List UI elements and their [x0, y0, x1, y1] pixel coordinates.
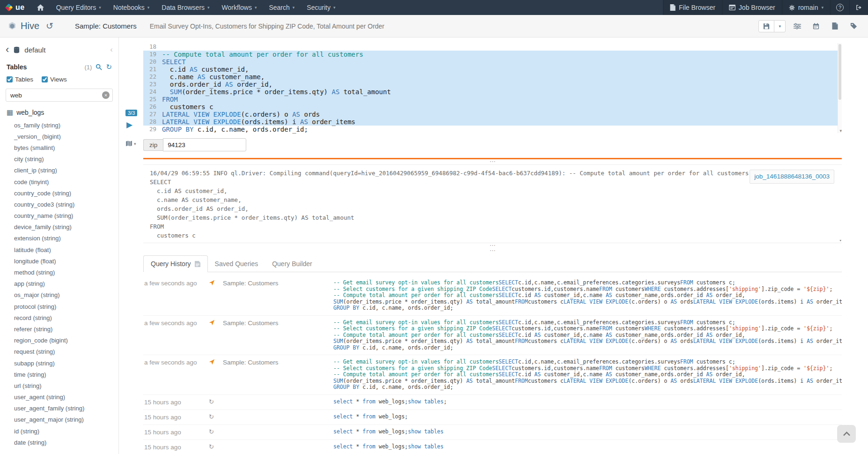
column-item[interactable]: app (string) [0, 278, 118, 290]
table-item[interactable]: ▦ web_logs [0, 103, 118, 119]
history-row[interactable]: 15 hours ago↻select * from web_logs;show… [143, 395, 842, 410]
user-menu[interactable]: romain ▾ [782, 0, 830, 15]
column-item[interactable]: longitude (float) [0, 255, 118, 267]
resize-handle[interactable]: ⋯ [143, 248, 842, 253]
column-item[interactable]: date (string) [0, 437, 118, 448]
save-dropdown-button[interactable]: ▾ [774, 21, 785, 32]
history-row[interactable]: a few seconds agoSample: Customers-- Get… [143, 276, 842, 316]
tables-filter[interactable]: Tables [7, 76, 33, 83]
database-name[interactable]: default [24, 46, 45, 54]
help-button[interactable]: ? [830, 0, 849, 15]
schedule-button[interactable] [809, 20, 823, 33]
history-row[interactable]: 15 hours ago↻select * from web_logs; [143, 410, 842, 425]
file-browser-button[interactable]: File Browser [663, 0, 722, 15]
editor-line[interactable]: 19-- Compute total amount per order for … [143, 51, 842, 58]
editor-line[interactable]: 21 c.id AS customer_id, [143, 66, 842, 73]
editor-line[interactable]: 25FROM [143, 96, 842, 103]
column-item[interactable]: referer (string) [0, 323, 118, 335]
views-checkbox[interactable] [42, 76, 48, 82]
column-item[interactable]: id (string) [0, 425, 118, 437]
editor-line[interactable]: 29GROUP BY c.id, c.name, ords.order_id; [143, 126, 842, 133]
new-document-button[interactable] [828, 20, 842, 33]
collapse-panel-icon[interactable]: ‹ [110, 45, 113, 54]
views-filter[interactable]: Views [42, 76, 67, 83]
editor-line[interactable]: 28LATERAL VIEW EXPLODE(ords.items) i AS … [143, 118, 842, 126]
editor-line[interactable]: 24 SUM(order_items.price * order_items.q… [143, 88, 842, 96]
editor-scrollbar[interactable]: ▾ [838, 43, 842, 133]
document-description[interactable]: Email Survey Opt-Ins, Customers for Ship… [150, 22, 384, 30]
variable-input[interactable] [163, 138, 246, 151]
column-item[interactable]: client_ip (string) [0, 165, 118, 176]
column-item[interactable]: country_code3 (string) [0, 199, 118, 210]
column-item[interactable]: subapp (string) [0, 357, 118, 369]
tab-saved-queries[interactable]: Saved Queries [208, 255, 265, 272]
search-icon[interactable] [96, 64, 102, 70]
column-item[interactable]: bytes (smallint) [0, 142, 118, 153]
editor-line[interactable]: 22 c.name AS customer_name, [143, 73, 842, 81]
logout-button[interactable] [849, 0, 868, 15]
nav-menu-workflows[interactable]: Workflows▾ [216, 0, 263, 15]
variables-toggle[interactable]: ▾ [125, 141, 136, 147]
hue-logo[interactable]: ue [0, 0, 31, 15]
column-item[interactable]: record (string) [0, 312, 118, 323]
code-text: LATERAL VIEW EXPLODE(ords.items) i AS or… [162, 118, 355, 126]
nav-menu-data-browsers[interactable]: Data Browsers▾ [155, 0, 215, 15]
sql-editor[interactable]: 18 19-- Compute total amount per order f… [143, 43, 842, 133]
column-item[interactable]: os_major (string) [0, 290, 118, 301]
home-button[interactable] [31, 0, 50, 15]
execute-button[interactable]: ▶ [126, 121, 132, 129]
nav-menu-query-editors[interactable]: Query Editors▾ [50, 0, 107, 15]
history-row[interactable]: a few seconds agoSample: Customers-- Get… [143, 316, 842, 356]
column-item[interactable]: code (tinyint) [0, 176, 118, 187]
history-row[interactable]: a few seconds agoSample: Customers-- Get… [143, 355, 842, 395]
column-item[interactable]: country_name (string) [0, 210, 118, 222]
column-item[interactable]: url (string) [0, 380, 118, 391]
history-row[interactable]: 15 hours ago↻select * from web_logs;show… [143, 440, 842, 454]
nav-menu-security[interactable]: Security▾ [301, 0, 341, 15]
clear-search-icon[interactable]: × [102, 91, 110, 99]
settings-button[interactable] [790, 20, 804, 33]
scrollbar-thumb[interactable] [839, 44, 841, 100]
tab-query-builder[interactable]: Query Builder [265, 255, 319, 272]
column-item[interactable]: extension (string) [0, 233, 118, 244]
nav-menu-search[interactable]: Search▾ [263, 0, 301, 15]
column-item[interactable]: city (string) [0, 154, 118, 165]
column-item[interactable]: device_family (string) [0, 222, 118, 233]
column-item[interactable]: country_code (string) [0, 187, 118, 199]
tables-checkbox[interactable] [7, 76, 13, 82]
table-search-input[interactable] [6, 89, 113, 102]
back-icon[interactable]: ‹ [6, 46, 9, 53]
column-item[interactable]: user_agent_family (string) [0, 403, 118, 414]
scroll-to-top-button[interactable] [837, 425, 856, 443]
column-item[interactable]: request (string) [0, 346, 118, 357]
column-item[interactable]: user_agent (string) [0, 392, 118, 403]
editor-line[interactable]: 27LATERAL VIEW EXPLODE(c.orders) o AS or… [143, 111, 842, 118]
hive-app-button[interactable]: Hive [7, 21, 39, 31]
scroll-down-icon[interactable]: ▾ [839, 129, 842, 133]
job-link[interactable]: job_1461888648136_0003 [754, 173, 830, 180]
column-item[interactable]: user_agent_major (string) [0, 414, 118, 425]
query-history-icon[interactable]: ↺ [46, 21, 53, 31]
column-item[interactable]: os_family (string) [0, 119, 118, 131]
column-item[interactable]: _version_ (bigint) [0, 131, 118, 142]
tags-button[interactable] [846, 20, 861, 33]
job-browser-button[interactable]: Job Browser [722, 0, 782, 15]
nav-menu-notebooks[interactable]: Notebooks▾ [107, 0, 155, 15]
column-item[interactable]: method (string) [0, 267, 118, 278]
tab-query-history[interactable]: Query History [143, 255, 208, 272]
save-button[interactable] [759, 21, 774, 32]
resize-handle[interactable]: ⋯ [143, 159, 842, 164]
document-title[interactable]: Sample: Customers [75, 22, 137, 30]
editor-line[interactable]: 26 customers c [143, 103, 842, 111]
column-item[interactable]: latitude (float) [0, 244, 118, 255]
history-row[interactable]: 15 hours ago↻select * from web_logs;show… [143, 425, 842, 440]
column-item[interactable]: time (string) [0, 369, 118, 380]
editor-line[interactable]: 18 [143, 43, 842, 51]
column-item[interactable]: protocol (string) [0, 301, 118, 312]
scroll-down-icon[interactable]: ▾ [839, 238, 842, 243]
history-sql: select * from web_logs;show tables; [333, 399, 842, 405]
column-item[interactable]: region_code (bigint) [0, 335, 118, 346]
editor-line[interactable]: 20SELECT [143, 58, 842, 66]
refresh-icon[interactable]: ↻ [106, 63, 112, 71]
editor-line[interactable]: 23 ords.order_id AS order_id, [143, 81, 842, 88]
